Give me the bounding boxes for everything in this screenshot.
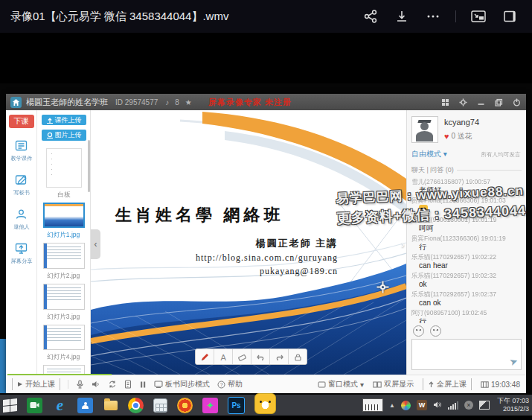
help-button[interactable]: ? 帮助 <box>217 379 243 389</box>
slide-thumbnail-1[interactable] <box>43 203 85 229</box>
tray-color-app-icon[interactable] <box>401 401 411 410</box>
sync-icon[interactable] <box>108 380 117 389</box>
media-tool-icon[interactable]: ✦ <box>202 398 218 413</box>
classroom-statusbar: 开始上课 板书 <box>6 375 526 393</box>
screen-share-icon <box>15 243 28 255</box>
speak-permission: 所有人均可发言 <box>481 150 520 158</box>
favorite-star-icon[interactable]: ★ <box>185 98 192 106</box>
screenshot-stage: 录像01【心元易学 微信 3458344044】.wmv <box>0 0 532 420</box>
chevron-down-icon: ▾ <box>360 381 364 389</box>
send-message-icon[interactable]: ➤ <box>508 355 519 369</box>
action-center-icon[interactable] <box>479 401 490 410</box>
classroom-titlebar[interactable]: 楊圓玉老師的姓名学班 ID 29574577 ♪ 8 ★ 屏幕录像专家 未注册 <box>6 94 526 110</box>
screen-recorder-icon[interactable] <box>27 398 42 413</box>
invite-icon <box>15 209 28 221</box>
rail-item-board-write[interactable]: 写板书 <box>13 174 31 197</box>
photoshop-icon[interactable]: Ps <box>228 397 245 414</box>
clock-date: 2015/2/3 <box>497 405 529 413</box>
video-frame[interactable]: 楊圓玉老師的姓名学班 ID 29574577 ♪ 8 ★ 屏幕录像专家 未注册 <box>0 83 532 416</box>
network-signal-icon[interactable] <box>448 401 458 410</box>
rail-item-invite[interactable]: 邀他人 <box>13 209 31 231</box>
tray-w-app-icon[interactable]: W <box>417 400 427 410</box>
heart-icon[interactable]: ♥ <box>444 132 449 141</box>
end-class-button[interactable]: 下课 <box>9 115 34 128</box>
dual-screen-button[interactable]: 双屏显示 <box>373 379 414 389</box>
text-tool-icon[interactable]: A <box>214 349 233 364</box>
download-icon[interactable] <box>393 7 411 25</box>
more-icon[interactable] <box>424 7 442 25</box>
upload-courseware-button[interactable]: 课件上传 <box>42 115 86 125</box>
slide-thumbnail-4[interactable] <box>43 325 85 351</box>
chat-input[interactable]: ➤ <box>411 339 522 370</box>
window-mode-dropdown[interactable]: 窗口模式 ▾ <box>318 379 364 389</box>
pen-tool-icon[interactable] <box>196 349 214 364</box>
chevron-down-icon: ▾ <box>443 150 447 158</box>
pip-icon[interactable] <box>469 7 487 25</box>
calculator-icon[interactable] <box>153 398 167 413</box>
speak-mode-dropdown[interactable]: 自由模式 ▾ <box>411 149 447 159</box>
flower-count[interactable]: 0 送花 <box>452 131 472 141</box>
recorder-watermark: 屏幕录像专家 未注册 <box>208 97 292 108</box>
fullscreen-button[interactable]: 全屏上课 <box>423 378 472 390</box>
slide-list-scrollbar[interactable] <box>88 140 90 192</box>
chat-message-list[interactable]: 雪儿(2766135807) 19:00:57老师好 贵宾Fiona(11233… <box>411 178 522 323</box>
speaker-icon[interactable] <box>92 380 100 389</box>
tray-expand-icon[interactable]: ▲ <box>389 402 395 409</box>
settings-gear-icon[interactable] <box>458 98 468 106</box>
lock-icon[interactable] <box>289 349 307 364</box>
minimize-icon[interactable] <box>475 98 486 106</box>
home-icon[interactable] <box>10 97 22 108</box>
chat-message: 乐乐猫(1170292657) 19:02:22can hear <box>411 253 522 270</box>
redo-icon[interactable] <box>270 349 289 364</box>
input-keyboard-icon[interactable] <box>362 398 383 412</box>
start-class-button[interactable]: 开始上课 <box>12 378 60 390</box>
classroom-title: 楊圓玉老師的姓名学班 <box>26 97 108 108</box>
mic-icon[interactable] <box>76 380 84 389</box>
pause-icon[interactable] <box>139 381 147 389</box>
cat-emoji-icon <box>419 205 428 214</box>
slide-title: 生肖姓名學 網絡班 <box>115 204 284 226</box>
upload-image-button[interactable]: 图片上传 <box>42 130 86 140</box>
offline-status-icon[interactable]: × <box>464 401 473 410</box>
wangwang-icon[interactable] <box>254 393 276 414</box>
emoji-picker-alt-icon[interactable] <box>430 325 441 337</box>
slide-list-panel: 课件上传 图片上传 白板 幻灯片1.jpg 幻灯片2.jpg 幻灯片3.jpg <box>37 110 91 375</box>
rail-item-screen-share[interactable]: 屏幕分享 <box>10 243 33 265</box>
slide-thumbnail-3-label: 幻灯片3.jpg <box>47 312 80 321</box>
chat-message: 乐乐猫(1170292657) 19:02:32ok <box>411 272 522 289</box>
internet-explorer-icon[interactable]: e <box>52 398 68 413</box>
whiteboard-thumbnail[interactable] <box>46 148 82 188</box>
active-tab-underline <box>7 374 112 375</box>
mini-player-icon[interactable] <box>501 7 519 25</box>
eraser-tool-icon[interactable] <box>233 349 251 364</box>
collapse-left-arrow[interactable]: ‹ <box>91 229 100 259</box>
slide-thumbnail-4-label: 幻灯片4.jpg <box>47 352 80 361</box>
slide-thumbnail-3[interactable] <box>43 284 85 310</box>
share-icon[interactable] <box>362 7 379 25</box>
chat-message: 乐乐猫(1170292657) 19:02:37can ok <box>411 290 522 308</box>
chat-tab[interactable]: 聊天 | 问答 (0) <box>411 165 522 175</box>
next-slide-arrow[interactable]: › <box>401 238 405 250</box>
dictionary-app-icon[interactable] <box>77 398 93 413</box>
undo-icon[interactable] <box>251 349 270 364</box>
classroom-window: 楊圓玉老師的姓名学班 ID 29574577 ♪ 8 ★ 屏幕录像专家 未注册 <box>6 94 526 392</box>
start-button[interactable] <box>3 398 17 413</box>
board-sync-toggle[interactable]: 板书同步模式 <box>154 379 210 389</box>
file-explorer-icon[interactable] <box>103 398 118 413</box>
apps-grid-icon[interactable] <box>440 98 450 106</box>
emoji-picker-icon[interactable] <box>413 325 424 337</box>
power-close-icon[interactable] <box>511 98 522 106</box>
volume-icon[interactable] <box>433 401 442 410</box>
taskbar-clock[interactable]: 下午 07:03 2015/2/3 <box>497 397 529 413</box>
move-cursor-icon <box>376 281 389 295</box>
doc-icon[interactable] <box>124 380 132 389</box>
compass-app-icon[interactable] <box>177 398 193 413</box>
restore-icon[interactable] <box>493 98 504 106</box>
chat-message: 贵宾Fiona(1123366306) 19:01:03 <box>411 197 522 214</box>
rail-item-courseware[interactable]: 教学课件 <box>10 140 33 162</box>
teacher-avatar[interactable] <box>411 116 438 143</box>
slide-canvas[interactable]: 生肖姓名學 網絡班 楊圓正老師 主講 http://blog.sina.com.… <box>91 110 406 375</box>
chrome-icon[interactable] <box>128 398 144 413</box>
slide-thumbnail-2[interactable] <box>43 243 85 269</box>
username: kcyang74 <box>444 118 479 127</box>
